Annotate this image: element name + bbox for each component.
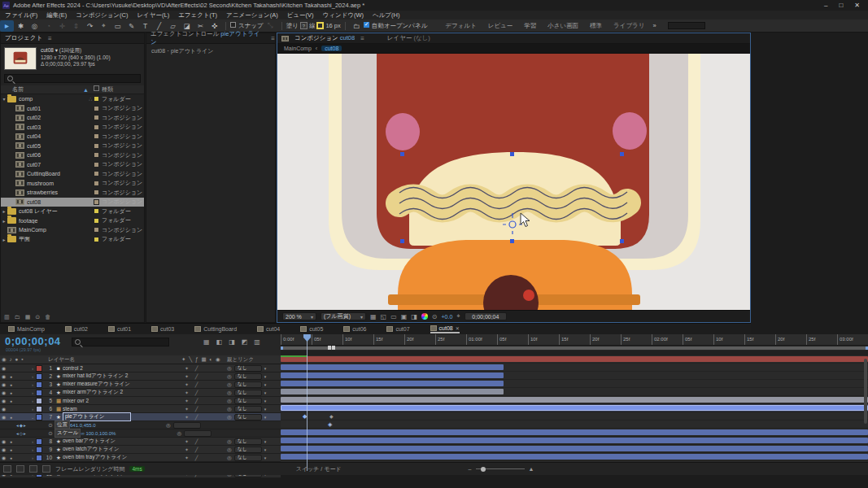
rectangle-tool-icon[interactable]: ▭ xyxy=(111,20,124,32)
video-eye-icon[interactable]: ◉ xyxy=(2,398,7,403)
channel-color-icon[interactable] xyxy=(421,313,428,320)
layer-label-color[interactable] xyxy=(36,438,42,445)
panel-menu-icon[interactable]: ≡ xyxy=(271,35,275,42)
timeline-comp-tab[interactable]: cut05 xyxy=(300,326,325,332)
layer-name[interactable]: steam xyxy=(63,406,131,412)
expander-icon[interactable]: ▸ xyxy=(1,218,7,224)
parent-dropdown-arrow[interactable]: ▾ xyxy=(264,374,267,379)
layer-name-column[interactable]: レイヤー名 xyxy=(48,356,181,364)
parent-dropdown-arrow[interactable]: ▾ xyxy=(264,390,267,395)
timeline-vertical-scrollbar[interactable] xyxy=(864,359,867,424)
layer-switches[interactable]: ✦ ╱ xyxy=(181,406,227,412)
layer-name[interactable]: oven btm trayアウトライン xyxy=(63,454,131,461)
create-comp-icon[interactable]: ▦ xyxy=(25,314,31,320)
layer-bar-row[interactable] xyxy=(281,372,868,380)
layer-row[interactable]: ◉ ● › 8 ★ oven barアウトライン ✦ ╱ ◎ なし ▾ xyxy=(0,438,281,446)
label-color-swatch[interactable] xyxy=(94,115,99,120)
layer-name[interactable]: mixer hat lidアウトライン 2 xyxy=(63,373,131,380)
exposure-value[interactable]: +0.0 xyxy=(442,314,453,320)
workspace-overflow-icon[interactable]: » xyxy=(652,22,656,29)
layer-bar-row[interactable]: ◈ xyxy=(281,420,868,429)
layer-bar-row[interactable] xyxy=(281,437,868,445)
layer-label-color[interactable] xyxy=(36,455,42,461)
layer-bar-row[interactable] xyxy=(281,445,868,453)
layer-duration-bar[interactable] xyxy=(281,381,504,386)
pickwhip-icon[interactable]: ◎ xyxy=(227,414,232,420)
project-item[interactable]: mushroom コンポジション xyxy=(1,179,144,189)
pickwhip-icon[interactable]: ◎ xyxy=(166,422,171,429)
grid-and-guides-icon[interactable]: ▦ xyxy=(370,313,377,320)
resolution-auto-icon[interactable]: ⊙ xyxy=(432,313,438,320)
menu-item[interactable]: ヘルプ(H) xyxy=(373,11,399,20)
layer-label-color[interactable] xyxy=(36,414,42,420)
video-eye-icon[interactable]: ◉ xyxy=(2,438,7,444)
label-color-swatch[interactable] xyxy=(94,171,99,176)
parent-dropdown-arrow[interactable]: ▾ xyxy=(264,439,267,444)
parent-dropdown-arrow[interactable]: ▾ xyxy=(264,399,267,403)
project-settings-icon[interactable]: ⊙ xyxy=(35,314,40,320)
timeline-zoom-slider[interactable]: – ▲ xyxy=(469,466,534,472)
layer-row[interactable]: ◉ ● › 9 ★ oven latchアウトライン ✦ ╱ ◎ なし ▾ xyxy=(0,446,281,454)
3d-view-icon[interactable]: ◨ xyxy=(411,313,417,320)
effect-controls-tab[interactable]: エフェクトコントロール pieアウトライン xyxy=(150,30,265,46)
auto-open-panel-checkbox[interactable]: 自動オープンパネル xyxy=(364,22,428,30)
layer-duration-bar[interactable] xyxy=(281,397,868,403)
parent-dropdown[interactable] xyxy=(173,422,201,429)
label-color-swatch[interactable] xyxy=(94,199,99,205)
layer-bar-row[interactable] xyxy=(281,364,868,372)
parent-dropdown[interactable]: なし xyxy=(234,406,262,412)
video-eye-icon[interactable]: ◉ xyxy=(2,447,7,452)
workspace-tab[interactable]: 小さい画面 xyxy=(547,22,578,30)
parent-dropdown[interactable]: なし xyxy=(234,373,262,380)
layer-row[interactable]: ◉ ● ⌄ 7 ★ pieアウトライン ✦ ╱ ◎ なし ▾ xyxy=(0,413,281,421)
layer-name[interactable]: oven barアウトライン xyxy=(63,438,131,445)
label-color-swatch[interactable] xyxy=(94,181,99,186)
layer-switches[interactable]: ✦ ╱ xyxy=(181,381,227,387)
layer-expander-icon[interactable]: › xyxy=(29,407,36,412)
layer-duration-bar[interactable] xyxy=(281,364,504,370)
layer-expander-icon[interactable]: › xyxy=(29,390,36,395)
parent-dropdown-arrow[interactable]: ▾ xyxy=(264,382,267,387)
keyframe-icon[interactable]: ◈ xyxy=(328,421,332,428)
snapshot-camera-icon[interactable]: ⌖ xyxy=(456,312,460,320)
time-ruler[interactable]: 0:00f05f10f15f20f25f01:00f05f10f15f20f25… xyxy=(281,334,868,346)
label-color-swatch[interactable] xyxy=(94,143,99,149)
video-eye-icon[interactable]: ◉ xyxy=(2,414,7,420)
label-color-swatch[interactable] xyxy=(94,162,99,168)
layer-switches[interactable]: ✦ ╱ xyxy=(181,438,227,444)
pickwhip-icon[interactable]: ◎ xyxy=(227,373,232,380)
layer-label-color[interactable] xyxy=(36,373,42,380)
layer-duration-bar[interactable] xyxy=(281,446,868,451)
project-column-headers[interactable]: 名前 ▲ 種類 xyxy=(1,85,144,94)
layer-bar-row[interactable] xyxy=(281,453,868,461)
project-item[interactable]: cut08 コンポジション xyxy=(1,198,144,207)
layer-label-color[interactable] xyxy=(36,390,42,396)
layer-bar-row[interactable] xyxy=(281,388,868,396)
project-item[interactable]: strawberries コンポジション xyxy=(1,188,144,198)
layer-expander-icon[interactable]: › xyxy=(29,366,36,371)
pickwhip-icon[interactable]: ◎ xyxy=(227,390,232,396)
layer-row[interactable]: ◉ ● › 3 ★ mixer measureアウトライン 2 ✦ ╱ ◎ なし… xyxy=(0,381,281,389)
layer-row[interactable]: ◂◆▸ ⊙ 位置 641.0,455.0 ◎ xyxy=(0,421,281,429)
render-time-icon[interactable] xyxy=(42,465,50,473)
solo-icon[interactable]: ● xyxy=(10,382,14,387)
layer-label-color[interactable] xyxy=(36,447,42,453)
selection-tool-icon[interactable]: ► xyxy=(0,20,14,32)
timeline-comp-tab[interactable]: cut01 xyxy=(108,326,133,332)
workspace-tab[interactable]: ライブラリ xyxy=(613,22,644,30)
pickwhip-icon[interactable]: ◎ xyxy=(227,398,232,404)
timeline-toggle-icon[interactable]: ◩ xyxy=(242,338,248,346)
label-color-swatch[interactable] xyxy=(94,218,99,224)
comp-marker-icon[interactable] xyxy=(328,346,335,350)
keyframe-icon[interactable]: ◆ xyxy=(303,413,307,420)
pen-tool-icon[interactable]: ✎ xyxy=(124,20,138,32)
viewer-timecode[interactable]: 0;00;00;04 xyxy=(465,312,507,320)
menu-item[interactable]: レイヤー(L) xyxy=(137,11,169,20)
video-eye-icon[interactable]: ◉ xyxy=(2,455,7,460)
layer-row[interactable]: ◉ ● › 5 ▦ mixer ovr 2 ✦ ╱ ◎ なし ▾ xyxy=(0,397,281,405)
solo-icon[interactable]: ● xyxy=(10,439,14,444)
keyframe-nav-icon[interactable]: ◂◇▸ xyxy=(16,431,27,436)
layer-bar-row[interactable] xyxy=(281,355,868,364)
stroke-width-value[interactable]: 16 px xyxy=(325,22,340,29)
label-color-swatch[interactable] xyxy=(94,106,99,111)
